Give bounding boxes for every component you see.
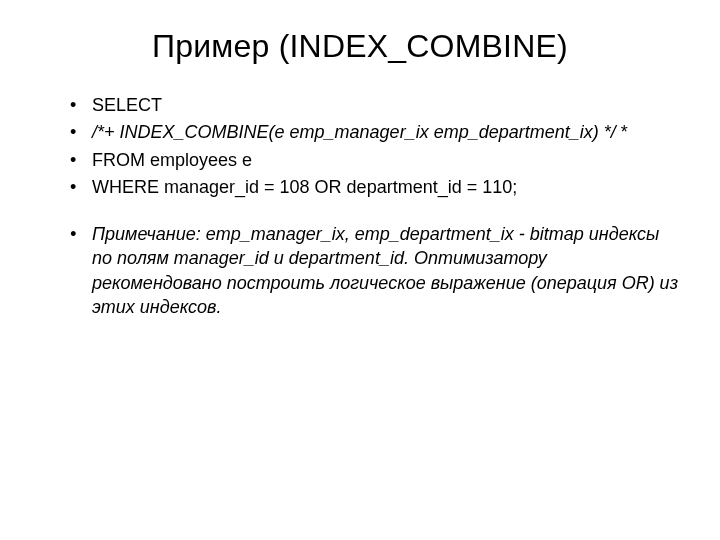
sql-where: WHERE manager_id = 108 OR department_id … — [92, 177, 517, 197]
sql-select: SELECT — [92, 95, 162, 115]
list-item: /*+ INDEX_COMBINE(e emp_manager_ix emp_d… — [70, 120, 680, 144]
spacer — [40, 202, 680, 222]
sql-hint-suffix: * — [616, 122, 628, 142]
list-item: FROM employees e — [70, 148, 680, 172]
sql-hint: /*+ INDEX_COMBINE(e emp_manager_ix emp_d… — [92, 122, 616, 142]
list-item: WHERE manager_id = 108 OR department_id … — [70, 175, 680, 199]
bullet-list: SELECT /*+ INDEX_COMBINE(e emp_manager_i… — [70, 93, 680, 199]
note-text: Примечание: emp_manager_ix, emp_departme… — [92, 224, 678, 317]
slide-title: Пример (INDEX_COMBINE) — [40, 28, 680, 65]
slide: Пример (INDEX_COMBINE) SELECT /*+ INDEX_… — [0, 0, 720, 540]
note-list: Примечание: emp_manager_ix, emp_departme… — [70, 222, 680, 319]
sql-from: FROM employees e — [92, 150, 252, 170]
list-item: Примечание: emp_manager_ix, emp_departme… — [70, 222, 680, 319]
list-item: SELECT — [70, 93, 680, 117]
